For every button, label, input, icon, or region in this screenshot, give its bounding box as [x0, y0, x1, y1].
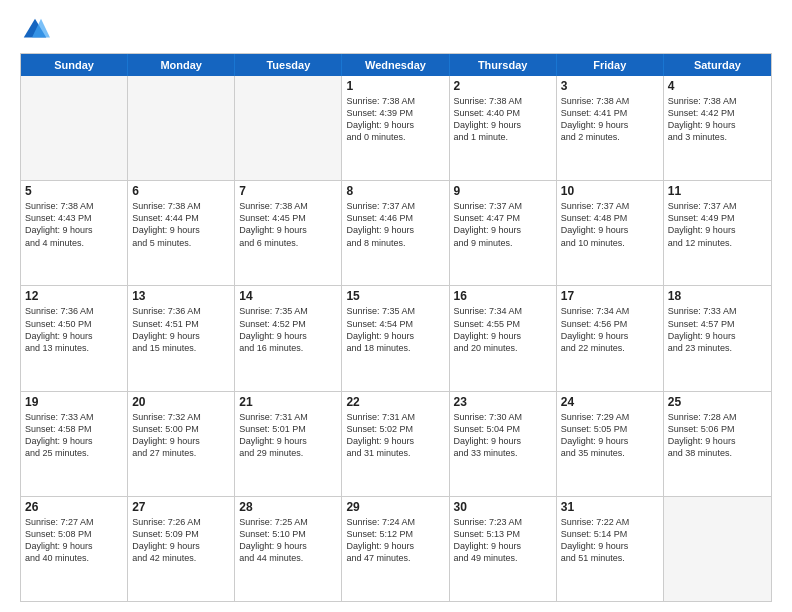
day-number: 9 — [454, 184, 552, 198]
day-info: Sunrise: 7:37 AM Sunset: 4:48 PM Dayligh… — [561, 200, 659, 249]
day-cell-25: 25Sunrise: 7:28 AM Sunset: 5:06 PM Dayli… — [664, 392, 771, 496]
calendar-row-3: 12Sunrise: 7:36 AM Sunset: 4:50 PM Dayli… — [21, 285, 771, 390]
day-number: 7 — [239, 184, 337, 198]
empty-cell — [664, 497, 771, 601]
day-number: 3 — [561, 79, 659, 93]
calendar-header: SundayMondayTuesdayWednesdayThursdayFrid… — [21, 54, 771, 76]
calendar-row-1: 1Sunrise: 7:38 AM Sunset: 4:39 PM Daylig… — [21, 76, 771, 180]
day-cell-22: 22Sunrise: 7:31 AM Sunset: 5:02 PM Dayli… — [342, 392, 449, 496]
day-info: Sunrise: 7:31 AM Sunset: 5:01 PM Dayligh… — [239, 411, 337, 460]
day-info: Sunrise: 7:23 AM Sunset: 5:13 PM Dayligh… — [454, 516, 552, 565]
day-cell-21: 21Sunrise: 7:31 AM Sunset: 5:01 PM Dayli… — [235, 392, 342, 496]
calendar-row-5: 26Sunrise: 7:27 AM Sunset: 5:08 PM Dayli… — [21, 496, 771, 601]
day-number: 4 — [668, 79, 767, 93]
day-cell-29: 29Sunrise: 7:24 AM Sunset: 5:12 PM Dayli… — [342, 497, 449, 601]
day-info: Sunrise: 7:38 AM Sunset: 4:42 PM Dayligh… — [668, 95, 767, 144]
day-cell-7: 7Sunrise: 7:38 AM Sunset: 4:45 PM Daylig… — [235, 181, 342, 285]
calendar-body: 1Sunrise: 7:38 AM Sunset: 4:39 PM Daylig… — [21, 76, 771, 601]
header — [20, 15, 772, 45]
empty-cell — [128, 76, 235, 180]
day-info: Sunrise: 7:37 AM Sunset: 4:49 PM Dayligh… — [668, 200, 767, 249]
day-cell-26: 26Sunrise: 7:27 AM Sunset: 5:08 PM Dayli… — [21, 497, 128, 601]
day-info: Sunrise: 7:38 AM Sunset: 4:40 PM Dayligh… — [454, 95, 552, 144]
header-day-sunday: Sunday — [21, 54, 128, 76]
day-cell-11: 11Sunrise: 7:37 AM Sunset: 4:49 PM Dayli… — [664, 181, 771, 285]
day-info: Sunrise: 7:31 AM Sunset: 5:02 PM Dayligh… — [346, 411, 444, 460]
day-number: 5 — [25, 184, 123, 198]
day-number: 23 — [454, 395, 552, 409]
day-cell-1: 1Sunrise: 7:38 AM Sunset: 4:39 PM Daylig… — [342, 76, 449, 180]
day-info: Sunrise: 7:35 AM Sunset: 4:54 PM Dayligh… — [346, 305, 444, 354]
day-cell-2: 2Sunrise: 7:38 AM Sunset: 4:40 PM Daylig… — [450, 76, 557, 180]
calendar: SundayMondayTuesdayWednesdayThursdayFrid… — [20, 53, 772, 602]
day-number: 10 — [561, 184, 659, 198]
day-cell-5: 5Sunrise: 7:38 AM Sunset: 4:43 PM Daylig… — [21, 181, 128, 285]
day-number: 26 — [25, 500, 123, 514]
day-cell-15: 15Sunrise: 7:35 AM Sunset: 4:54 PM Dayli… — [342, 286, 449, 390]
day-info: Sunrise: 7:38 AM Sunset: 4:43 PM Dayligh… — [25, 200, 123, 249]
day-cell-3: 3Sunrise: 7:38 AM Sunset: 4:41 PM Daylig… — [557, 76, 664, 180]
day-cell-8: 8Sunrise: 7:37 AM Sunset: 4:46 PM Daylig… — [342, 181, 449, 285]
header-day-wednesday: Wednesday — [342, 54, 449, 76]
day-number: 14 — [239, 289, 337, 303]
day-cell-31: 31Sunrise: 7:22 AM Sunset: 5:14 PM Dayli… — [557, 497, 664, 601]
day-cell-28: 28Sunrise: 7:25 AM Sunset: 5:10 PM Dayli… — [235, 497, 342, 601]
day-cell-10: 10Sunrise: 7:37 AM Sunset: 4:48 PM Dayli… — [557, 181, 664, 285]
day-info: Sunrise: 7:32 AM Sunset: 5:00 PM Dayligh… — [132, 411, 230, 460]
day-number: 2 — [454, 79, 552, 93]
day-number: 13 — [132, 289, 230, 303]
day-cell-20: 20Sunrise: 7:32 AM Sunset: 5:00 PM Dayli… — [128, 392, 235, 496]
header-day-tuesday: Tuesday — [235, 54, 342, 76]
day-cell-19: 19Sunrise: 7:33 AM Sunset: 4:58 PM Dayli… — [21, 392, 128, 496]
calendar-row-4: 19Sunrise: 7:33 AM Sunset: 4:58 PM Dayli… — [21, 391, 771, 496]
day-info: Sunrise: 7:30 AM Sunset: 5:04 PM Dayligh… — [454, 411, 552, 460]
day-info: Sunrise: 7:36 AM Sunset: 4:50 PM Dayligh… — [25, 305, 123, 354]
calendar-row-2: 5Sunrise: 7:38 AM Sunset: 4:43 PM Daylig… — [21, 180, 771, 285]
day-info: Sunrise: 7:36 AM Sunset: 4:51 PM Dayligh… — [132, 305, 230, 354]
day-number: 21 — [239, 395, 337, 409]
day-cell-4: 4Sunrise: 7:38 AM Sunset: 4:42 PM Daylig… — [664, 76, 771, 180]
day-number: 19 — [25, 395, 123, 409]
day-cell-24: 24Sunrise: 7:29 AM Sunset: 5:05 PM Dayli… — [557, 392, 664, 496]
day-number: 11 — [668, 184, 767, 198]
day-cell-12: 12Sunrise: 7:36 AM Sunset: 4:50 PM Dayli… — [21, 286, 128, 390]
logo — [20, 15, 54, 45]
day-number: 30 — [454, 500, 552, 514]
day-number: 24 — [561, 395, 659, 409]
day-cell-13: 13Sunrise: 7:36 AM Sunset: 4:51 PM Dayli… — [128, 286, 235, 390]
day-number: 1 — [346, 79, 444, 93]
day-info: Sunrise: 7:38 AM Sunset: 4:41 PM Dayligh… — [561, 95, 659, 144]
day-info: Sunrise: 7:29 AM Sunset: 5:05 PM Dayligh… — [561, 411, 659, 460]
empty-cell — [21, 76, 128, 180]
day-cell-23: 23Sunrise: 7:30 AM Sunset: 5:04 PM Dayli… — [450, 392, 557, 496]
day-info: Sunrise: 7:28 AM Sunset: 5:06 PM Dayligh… — [668, 411, 767, 460]
day-number: 17 — [561, 289, 659, 303]
day-number: 20 — [132, 395, 230, 409]
day-cell-16: 16Sunrise: 7:34 AM Sunset: 4:55 PM Dayli… — [450, 286, 557, 390]
day-number: 31 — [561, 500, 659, 514]
header-day-saturday: Saturday — [664, 54, 771, 76]
day-info: Sunrise: 7:26 AM Sunset: 5:09 PM Dayligh… — [132, 516, 230, 565]
day-info: Sunrise: 7:38 AM Sunset: 4:45 PM Dayligh… — [239, 200, 337, 249]
day-cell-14: 14Sunrise: 7:35 AM Sunset: 4:52 PM Dayli… — [235, 286, 342, 390]
day-number: 8 — [346, 184, 444, 198]
day-cell-17: 17Sunrise: 7:34 AM Sunset: 4:56 PM Dayli… — [557, 286, 664, 390]
day-info: Sunrise: 7:33 AM Sunset: 4:57 PM Dayligh… — [668, 305, 767, 354]
day-info: Sunrise: 7:25 AM Sunset: 5:10 PM Dayligh… — [239, 516, 337, 565]
day-cell-9: 9Sunrise: 7:37 AM Sunset: 4:47 PM Daylig… — [450, 181, 557, 285]
day-info: Sunrise: 7:27 AM Sunset: 5:08 PM Dayligh… — [25, 516, 123, 565]
day-info: Sunrise: 7:24 AM Sunset: 5:12 PM Dayligh… — [346, 516, 444, 565]
empty-cell — [235, 76, 342, 180]
day-number: 18 — [668, 289, 767, 303]
day-info: Sunrise: 7:22 AM Sunset: 5:14 PM Dayligh… — [561, 516, 659, 565]
day-info: Sunrise: 7:34 AM Sunset: 4:56 PM Dayligh… — [561, 305, 659, 354]
day-info: Sunrise: 7:33 AM Sunset: 4:58 PM Dayligh… — [25, 411, 123, 460]
day-info: Sunrise: 7:35 AM Sunset: 4:52 PM Dayligh… — [239, 305, 337, 354]
day-number: 29 — [346, 500, 444, 514]
header-day-friday: Friday — [557, 54, 664, 76]
header-day-monday: Monday — [128, 54, 235, 76]
day-cell-18: 18Sunrise: 7:33 AM Sunset: 4:57 PM Dayli… — [664, 286, 771, 390]
day-number: 16 — [454, 289, 552, 303]
day-number: 28 — [239, 500, 337, 514]
day-cell-6: 6Sunrise: 7:38 AM Sunset: 4:44 PM Daylig… — [128, 181, 235, 285]
